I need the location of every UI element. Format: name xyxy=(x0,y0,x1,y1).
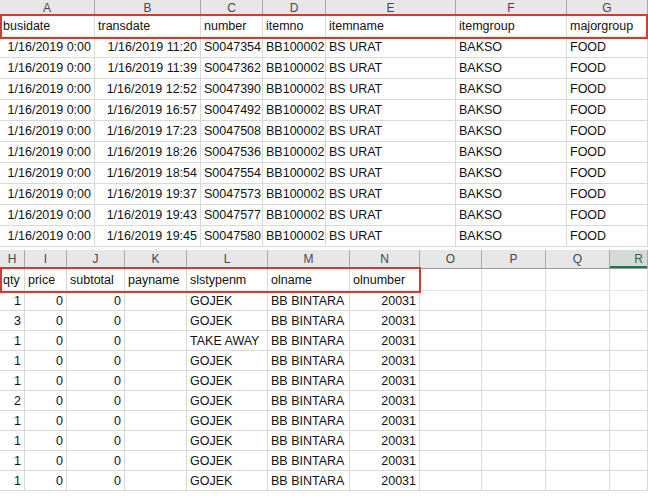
cell[interactable]: 1/16/2019 12:52 xyxy=(95,79,201,100)
cell[interactable]: BB100002 xyxy=(263,226,326,247)
cell[interactable]: BS URAT xyxy=(326,163,456,184)
cell[interactable]: BAKSO xyxy=(456,184,567,205)
field-header-itemno[interactable]: itemno xyxy=(263,16,326,37)
cell[interactable] xyxy=(546,331,610,351)
cell[interactable] xyxy=(610,431,648,451)
cell[interactable] xyxy=(125,371,187,391)
cell[interactable]: GOJEK xyxy=(187,311,268,331)
cell[interactable] xyxy=(420,471,482,491)
cell[interactable] xyxy=(420,451,482,471)
cell[interactable]: TAKE AWAY xyxy=(187,331,268,351)
cell[interactable]: 20031 xyxy=(350,471,420,491)
field-header-itemname[interactable]: itemname xyxy=(326,16,456,37)
cell[interactable]: BB BINTARA xyxy=(268,451,350,471)
cell[interactable] xyxy=(125,331,187,351)
cell[interactable]: 1 xyxy=(0,331,25,351)
field-header-qty[interactable]: qty xyxy=(0,269,25,291)
cell[interactable]: 1/16/2019 18:54 xyxy=(95,163,201,184)
cell[interactable] xyxy=(420,431,482,451)
column-header-n[interactable]: N xyxy=(350,250,420,269)
cell[interactable] xyxy=(546,411,610,431)
cell[interactable] xyxy=(482,411,546,431)
cell[interactable] xyxy=(125,411,187,431)
cell[interactable] xyxy=(125,311,187,331)
cell[interactable]: 1 xyxy=(0,411,25,431)
cell[interactable]: 1 xyxy=(0,471,25,491)
cell[interactable] xyxy=(546,431,610,451)
cell[interactable] xyxy=(546,371,610,391)
cell[interactable] xyxy=(546,391,610,411)
cell[interactable]: S0047536 xyxy=(201,142,263,163)
cell[interactable]: BB100002 xyxy=(263,142,326,163)
cell[interactable]: BS URAT xyxy=(326,205,456,226)
cell[interactable] xyxy=(482,431,546,451)
cell[interactable]: BB BINTARA xyxy=(268,471,350,491)
column-header-g[interactable]: G xyxy=(567,0,648,16)
cell[interactable]: BAKSO xyxy=(456,205,567,226)
cell[interactable]: 1/16/2019 0:00 xyxy=(0,142,95,163)
field-header-slstypenm[interactable]: slstypenm xyxy=(187,269,268,291)
cell[interactable]: 1/16/2019 19:37 xyxy=(95,184,201,205)
column-header-d[interactable]: D xyxy=(263,0,326,16)
cell[interactable]: 0 xyxy=(25,471,67,491)
cell[interactable] xyxy=(610,311,648,331)
cell[interactable]: GOJEK xyxy=(187,351,268,371)
cell[interactable] xyxy=(482,291,546,311)
cell[interactable]: FOOD xyxy=(567,58,648,79)
cell[interactable] xyxy=(482,311,546,331)
cell[interactable]: BAKSO xyxy=(456,58,567,79)
cell[interactable]: 1/16/2019 0:00 xyxy=(0,184,95,205)
cell[interactable]: 1/16/2019 11:39 xyxy=(95,58,201,79)
field-header-payname[interactable]: payname xyxy=(125,269,187,291)
cell[interactable]: 20031 xyxy=(350,451,420,471)
cell[interactable]: FOOD xyxy=(567,79,648,100)
cell[interactable] xyxy=(546,451,610,471)
cell[interactable]: BS URAT xyxy=(326,37,456,58)
cell[interactable]: BS URAT xyxy=(326,184,456,205)
cell[interactable]: BAKSO xyxy=(456,79,567,100)
cell[interactable] xyxy=(546,351,610,371)
cell[interactable]: S0047554 xyxy=(201,163,263,184)
cell[interactable]: S0047573 xyxy=(201,184,263,205)
cell[interactable] xyxy=(420,311,482,331)
cell[interactable]: FOOD xyxy=(567,142,648,163)
field-header-busidate[interactable]: busidate xyxy=(0,16,95,37)
cell[interactable]: 0 xyxy=(25,331,67,351)
cell[interactable] xyxy=(610,291,648,311)
cell[interactable]: BS URAT xyxy=(326,142,456,163)
field-header-number[interactable]: number xyxy=(201,16,263,37)
cell[interactable]: 20031 xyxy=(350,311,420,331)
cell[interactable]: 20031 xyxy=(350,331,420,351)
cell[interactable]: BAKSO xyxy=(456,37,567,58)
cell[interactable]: 3 xyxy=(0,311,25,331)
cell[interactable]: 0 xyxy=(25,371,67,391)
cell[interactable] xyxy=(482,331,546,351)
column-header-i[interactable]: I xyxy=(25,250,67,269)
cell[interactable]: 1/16/2019 11:20 xyxy=(95,37,201,58)
column-header-q[interactable]: Q xyxy=(546,250,610,269)
cell[interactable]: 1 xyxy=(0,291,25,311)
column-header-e[interactable]: E xyxy=(326,0,456,16)
cell[interactable]: BS URAT xyxy=(326,226,456,247)
field-header-olname[interactable]: olname xyxy=(268,269,350,291)
cell[interactable] xyxy=(546,471,610,491)
column-header-o[interactable]: O xyxy=(420,250,482,269)
cell[interactable]: 1/16/2019 0:00 xyxy=(0,226,95,247)
cell[interactable]: BB BINTARA xyxy=(268,411,350,431)
cell[interactable]: 1/16/2019 0:00 xyxy=(0,37,95,58)
cell[interactable]: 0 xyxy=(67,391,125,411)
cell[interactable] xyxy=(125,291,187,311)
cell[interactable]: GOJEK xyxy=(187,291,268,311)
column-header-l[interactable]: L xyxy=(187,250,268,269)
field-header-majorgroup[interactable]: majorgroup xyxy=(567,16,648,37)
cell[interactable]: 0 xyxy=(67,411,125,431)
cell[interactable]: S0047390 xyxy=(201,79,263,100)
cell[interactable]: BB100002 xyxy=(263,205,326,226)
cell[interactable]: BB BINTARA xyxy=(268,291,350,311)
cell[interactable]: GOJEK xyxy=(187,451,268,471)
cell[interactable] xyxy=(610,451,648,471)
column-header-k[interactable]: K xyxy=(125,250,187,269)
cell[interactable]: 0 xyxy=(25,391,67,411)
cell[interactable]: S0047354 xyxy=(201,37,263,58)
cell[interactable]: BAKSO xyxy=(456,142,567,163)
